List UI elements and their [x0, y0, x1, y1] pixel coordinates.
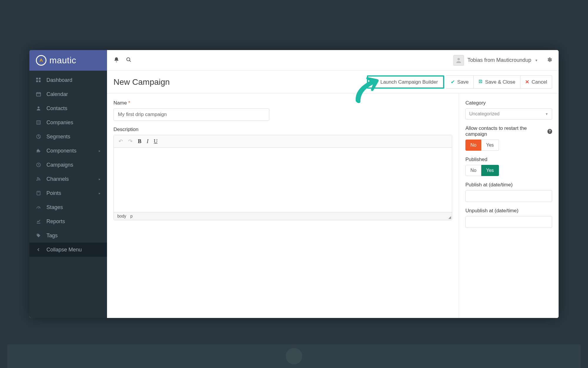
- save-close-button[interactable]: Save & Close: [474, 75, 520, 89]
- publish-at-label: Publish at (date/time): [465, 182, 552, 188]
- sidebar-item-channels[interactable]: Channels ▸: [29, 172, 107, 186]
- pie-icon: [36, 134, 41, 139]
- brand[interactable]: mautic: [29, 50, 107, 71]
- resize-grip-icon[interactable]: ◢: [448, 215, 451, 219]
- sidebar: mautic Dashboard Calendar Contacts Compa…: [29, 50, 107, 318]
- editor-body[interactable]: [114, 148, 452, 212]
- sidebar-item-label: Contacts: [46, 105, 67, 112]
- sidebar-item-stages[interactable]: Stages: [29, 200, 107, 214]
- grid-icon: [36, 77, 41, 83]
- action-buttons: Launch Campaign Builder ✔ Save Save & Cl…: [367, 75, 552, 89]
- form-side: Category Uncategorized ▼ Allow contacts …: [459, 94, 559, 318]
- undo-icon[interactable]: ↶: [118, 138, 123, 145]
- help-icon[interactable]: ?: [547, 129, 552, 134]
- save-button[interactable]: ✔ Save: [446, 75, 474, 89]
- chevron-right-icon: ▸: [99, 149, 101, 153]
- sidebar-item-calendar[interactable]: Calendar: [29, 87, 107, 101]
- svg-rect-0: [36, 78, 38, 79]
- page-title: New Campaign: [113, 77, 170, 87]
- user-icon: [36, 106, 41, 111]
- sidebar-item-segments[interactable]: Segments: [29, 130, 107, 144]
- sidebar-item-label: Collapse Menu: [46, 247, 82, 253]
- main: Tobias from Mauticroundup ▼ New Campaign…: [107, 50, 559, 318]
- cube-icon: [373, 79, 378, 85]
- label-text: Allow contacts to restart the campaign: [465, 125, 546, 137]
- nav: Dashboard Calendar Contacts Companies Se…: [29, 71, 107, 318]
- bold-button[interactable]: B: [138, 138, 141, 145]
- launch-builder-button[interactable]: Launch Campaign Builder: [367, 75, 445, 89]
- restart-no-button[interactable]: No: [465, 140, 481, 151]
- editor-status-bar: body p ◢: [114, 212, 452, 220]
- editor-path-body[interactable]: body: [117, 214, 126, 218]
- sidebar-item-dashboard[interactable]: Dashboard: [29, 73, 107, 87]
- building-icon: [36, 120, 41, 125]
- svg-rect-4: [36, 93, 41, 96]
- name-label: Name *: [113, 100, 452, 106]
- rss-icon: [36, 176, 41, 182]
- search-icon[interactable]: [126, 57, 132, 64]
- restart-toggle: No Yes: [465, 140, 552, 151]
- form-main: Name * Description ↶ ↷ B I U: [107, 94, 459, 318]
- published-toggle: No Yes: [465, 165, 552, 176]
- sidebar-item-label: Companies: [46, 120, 73, 126]
- caret-down-icon: ▼: [545, 112, 548, 116]
- underline-button[interactable]: U: [154, 138, 158, 145]
- restart-yes-button[interactable]: Yes: [481, 140, 499, 151]
- italic-button[interactable]: I: [147, 138, 148, 145]
- cancel-button[interactable]: ✕ Cancel: [520, 75, 552, 89]
- svg-rect-1: [39, 78, 41, 79]
- published-yes-button[interactable]: Yes: [481, 165, 499, 176]
- sidebar-collapse[interactable]: Collapse Menu: [29, 243, 107, 257]
- required-indicator: *: [128, 100, 130, 106]
- gear-icon[interactable]: [546, 57, 552, 64]
- sidebar-item-label: Segments: [46, 134, 70, 140]
- calendar-icon: [36, 92, 41, 97]
- svg-rect-6: [37, 121, 40, 124]
- sidebar-item-tags[interactable]: Tags: [29, 228, 107, 243]
- sidebar-item-campaigns[interactable]: Campaigns: [29, 158, 107, 172]
- button-label: Cancel: [532, 79, 547, 85]
- sidebar-item-reports[interactable]: Reports: [29, 214, 107, 228]
- content: Name * Description ↶ ↷ B I U: [107, 94, 559, 318]
- restart-label: Allow contacts to restart the campaign ?: [465, 125, 552, 137]
- avatar[interactable]: [453, 55, 464, 66]
- chart-icon: [36, 219, 41, 224]
- published-no-button[interactable]: No: [465, 165, 481, 176]
- sidebar-item-companies[interactable]: Companies: [29, 115, 107, 130]
- category-select[interactable]: Uncategorized ▼: [465, 108, 552, 120]
- sidebar-item-contacts[interactable]: Contacts: [29, 101, 107, 115]
- publish-at-input[interactable]: [465, 190, 552, 202]
- puzzle-icon: [36, 148, 41, 153]
- chevron-right-icon: ▸: [99, 177, 101, 181]
- editor-path-p[interactable]: p: [130, 214, 133, 218]
- button-label: Launch Campaign Builder: [380, 79, 438, 85]
- sidebar-item-points[interactable]: Points ▸: [29, 186, 107, 200]
- brand-logo-icon: [36, 55, 46, 66]
- tag-icon: [36, 233, 41, 238]
- user-name[interactable]: Tobias from Mauticroundup: [467, 57, 531, 63]
- disk-icon: [478, 79, 483, 85]
- sidebar-item-label: Tags: [46, 233, 58, 239]
- redo-icon[interactable]: ↷: [128, 138, 133, 145]
- gauge-icon: [36, 205, 41, 210]
- svg-point-11: [457, 58, 460, 60]
- device-home-button: [286, 348, 302, 364]
- description-label: Description: [113, 127, 452, 132]
- editor-toolbar: ↶ ↷ B I U: [114, 135, 452, 148]
- sidebar-item-label: Calendar: [46, 91, 68, 97]
- svg-rect-2: [36, 80, 38, 82]
- button-label: Save & Close: [485, 79, 515, 85]
- check-icon: ✔: [451, 79, 455, 85]
- caret-down-icon[interactable]: ▼: [535, 59, 538, 62]
- sidebar-item-components[interactable]: Components ▸: [29, 144, 107, 158]
- bell-icon[interactable]: [113, 57, 119, 64]
- sidebar-item-label: Components: [46, 148, 76, 154]
- name-input[interactable]: [113, 108, 269, 121]
- label-text: Name: [113, 100, 127, 106]
- brand-text: mautic: [49, 55, 76, 65]
- unpublish-at-input[interactable]: [465, 216, 552, 228]
- chevron-left-icon: [36, 247, 41, 252]
- clock-icon: [36, 162, 41, 168]
- published-label: Published: [465, 157, 552, 163]
- close-icon: ✕: [525, 79, 529, 85]
